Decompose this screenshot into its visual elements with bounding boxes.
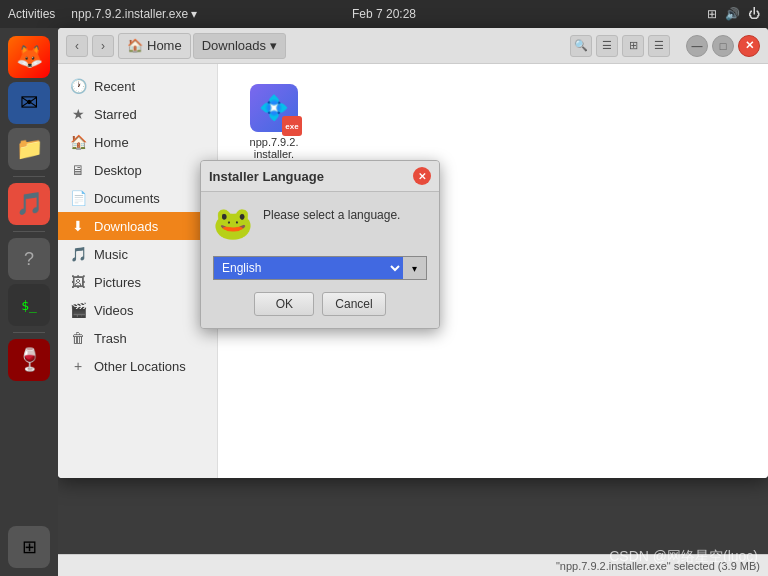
dialog-close-button[interactable]: ✕: [413, 167, 431, 185]
dialog-content-area: 🐸 Please select a language.: [213, 204, 427, 244]
dialog-prompt: Please select a language.: [263, 204, 400, 222]
ok-button[interactable]: OK: [254, 292, 314, 316]
dialog-select-area: English French German ▾: [213, 256, 427, 280]
dialog-title-bar: Installer Language ✕: [201, 161, 439, 192]
dialog-mascot: 🐸: [213, 204, 253, 244]
dialog-buttons: OK Cancel: [213, 292, 427, 316]
cancel-button[interactable]: Cancel: [322, 292, 385, 316]
installer-language-dialog: Installer Language ✕ 🐸 Please select a l…: [200, 160, 440, 329]
dialog-body: 🐸 Please select a language. English Fren…: [201, 192, 439, 328]
language-select-wrapper: English French German ▾: [213, 256, 427, 280]
dialog-overlay: Installer Language ✕ 🐸 Please select a l…: [0, 0, 768, 576]
dialog-title: Installer Language: [209, 169, 324, 184]
select-dropdown-arrow[interactable]: ▾: [403, 256, 427, 280]
language-select[interactable]: English French German: [213, 256, 403, 280]
